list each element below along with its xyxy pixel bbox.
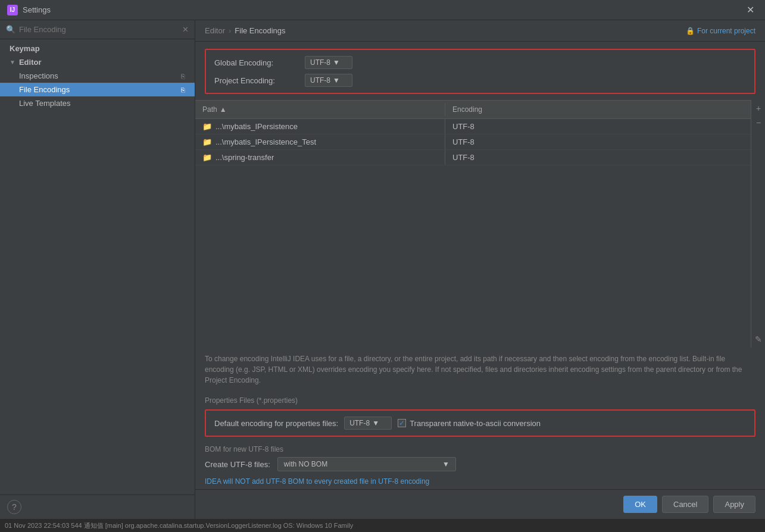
project-encoding-select[interactable]: UTF-8 ▼ [305,74,352,87]
breadcrumb-parent: Editor [205,26,225,35]
global-encoding-select[interactable]: UTF-8 ▼ [305,56,352,69]
close-button[interactable]: ✕ [743,3,758,17]
status-bar: 01 Nov 2023 22:54:03 544 通知值 [main] org.… [0,519,765,532]
table-row[interactable]: 📁 ...\mybatis_IPersistence UTF-8 [195,119,751,134]
title-bar: IJ Settings ✕ [0,0,765,20]
edit-encoding-button[interactable]: ✎ [752,333,764,345]
lock-icon: 🔒 [686,27,695,35]
search-clear-button[interactable]: ✕ [182,25,189,34]
dialog-footer: OK Cancel Apply [195,489,765,519]
bom-row: Create UTF-8 files: with NO BOM ▼ [205,457,755,471]
main-body: Global Encoding: UTF-8 ▼ Project Encodin… [195,42,765,489]
default-encoding-label: Default encoding for properties files: [214,419,338,428]
sidebar-item-file-encodings[interactable]: File Encodings ⎘ [0,83,195,96]
column-encoding-header[interactable]: Encoding [445,103,751,116]
properties-settings-box: Default encoding for properties files: U… [205,409,755,437]
current-project-button[interactable]: 🔒 For current project [686,27,755,35]
transparent-conversion-label: Transparent native-to-ascii conversion [410,419,541,428]
sidebar-tree: Keymap ▼ Editor Inspections ⎘ File Encod… [0,39,195,495]
project-encoding-row: Project Encoding: UTF-8 ▼ [214,74,746,87]
sidebar-item-live-templates[interactable]: Live Templates [0,96,195,110]
search-bar: 🔍 ✕ [0,20,195,39]
bom-create-label: Create UTF-8 files: [205,460,270,469]
transparent-conversion-checkbox-area: ✓ Transparent native-to-ascii conversion [398,419,541,428]
main-layout: 🔍 ✕ Keymap ▼ Editor Inspections ⎘ [0,20,765,519]
add-encoding-button[interactable]: + [752,102,764,114]
sort-asc-icon: ▲ [220,105,227,114]
page-header: Editor › File Encodings 🔒 For current pr… [195,20,765,42]
bom-note: IDEA will NOT add UTF-8 BOM to every cre… [205,477,755,486]
apply-button[interactable]: Apply [713,496,755,513]
dropdown-arrow-icon4: ▼ [442,460,449,468]
table-row[interactable]: 📁 ...\mybatis_IPersistence_Test UTF-8 [195,134,751,150]
dropdown-arrow-icon: ▼ [333,58,340,67]
checkbox-check-icon: ✓ [399,419,405,427]
global-encoding-row: Global Encoding: UTF-8 ▼ [214,56,746,69]
dropdown-arrow-icon3: ▼ [372,419,379,427]
status-text: 01 Nov 2023 22:54:03 544 通知值 [main] org.… [5,521,353,530]
sidebar-item-inspections[interactable]: Inspections ⎘ [0,69,195,83]
folder-icon: 📁 [202,137,212,146]
breadcrumb-arrow: › [229,26,231,35]
sidebar-item-keymap[interactable]: Keymap [0,42,195,55]
properties-section-label: Properties Files (*.properties) [205,396,755,405]
breadcrumb-current: File Encodings [235,26,285,35]
bom-section: BOM for new UTF-8 files Create UTF-8 fil… [205,445,755,471]
window-title: Settings [23,5,743,14]
main-content: Editor › File Encodings 🔒 For current pr… [195,20,765,519]
search-icon: 🔍 [6,25,15,34]
sidebar-bottom: ? [0,495,195,519]
table-row[interactable]: 📁 ...\spring-transfer UTF-8 [195,150,751,165]
table-header: Path ▲ Encoding [195,101,751,119]
dropdown-arrow-icon2: ▼ [333,76,340,85]
sidebar-item-editor[interactable]: ▼ Editor [0,55,195,69]
expand-arrow-icon: ▼ [10,59,15,65]
global-encoding-label: Global Encoding: [214,58,298,67]
copy-icon-encodings: ⎘ [181,86,185,93]
info-text: To change encoding IntelliJ IDEA uses fo… [205,353,755,386]
remove-encoding-button[interactable]: − [752,117,764,129]
app-icon: IJ [7,5,18,15]
ok-button[interactable]: OK [623,496,657,513]
folder-icon: 📁 [202,122,212,131]
copy-icon: ⎘ [181,73,185,80]
folder-icon: 📁 [202,153,212,162]
bom-section-label: BOM for new UTF-8 files [205,445,755,453]
help-button[interactable]: ? [7,500,21,514]
utf8-bom-link[interactable]: UTF-8 BOM [266,477,304,486]
bom-select[interactable]: with NO BOM ▼ [277,457,456,471]
settings-window: IJ Settings ✕ 🔍 ✕ Keymap ▼ Editor [0,0,765,532]
transparent-conversion-checkbox[interactable]: ✓ [398,419,406,427]
search-input[interactable] [19,25,182,34]
table-wrapper: Path ▲ Encoding 📁 ...\mybatis_IPersi [195,100,751,348]
file-encodings-table: Path ▲ Encoding 📁 ...\mybatis_IPersi [195,100,765,348]
sidebar: 🔍 ✕ Keymap ▼ Editor Inspections ⎘ [0,20,195,519]
project-encoding-label: Project Encoding: [214,76,298,85]
cancel-button[interactable]: Cancel [662,496,708,513]
properties-encoding-select[interactable]: UTF-8 ▼ [344,417,392,430]
table-actions: + − ✎ [751,100,765,348]
encoding-settings-box: Global Encoding: UTF-8 ▼ Project Encodin… [205,49,755,94]
column-path-header[interactable]: Path ▲ [195,103,445,116]
